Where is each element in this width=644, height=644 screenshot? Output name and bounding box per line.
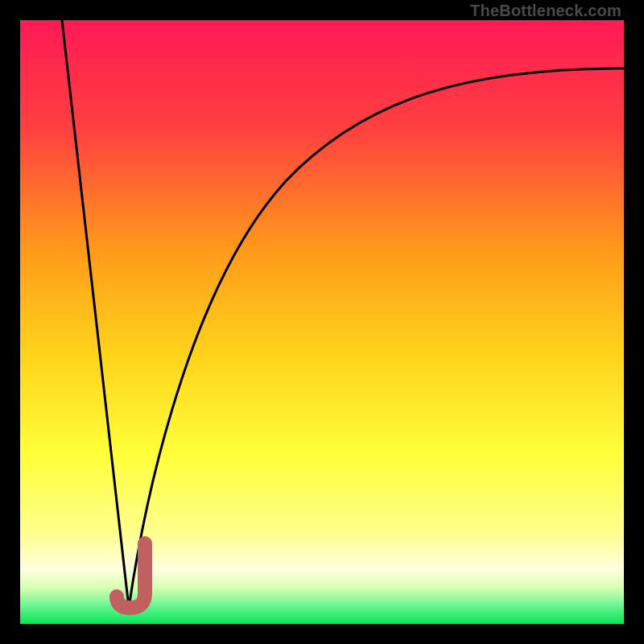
curve-layer (20, 20, 624, 624)
plot-area (20, 20, 624, 624)
outer-frame: TheBottleneck.com (0, 0, 644, 644)
curve-right-branch (129, 68, 624, 608)
watermark-text: TheBottleneck.com (470, 2, 621, 20)
curve-left-branch (62, 20, 129, 608)
